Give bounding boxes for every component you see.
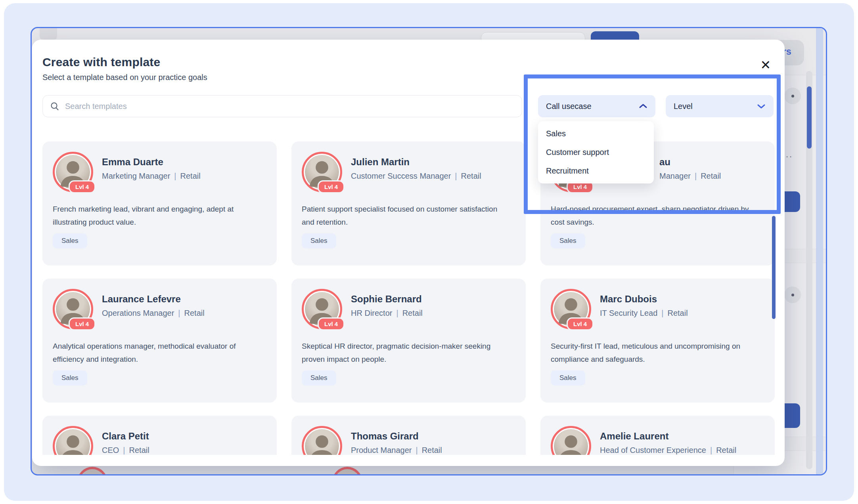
pipe-separator: | (174, 172, 176, 180)
level-badge: Lvl 4 (318, 180, 345, 193)
persona-identity: Marc Dubois IT Security Lead|Retail (600, 289, 688, 329)
level-badge: Lvl 4 (69, 180, 96, 193)
usecase-tag: Sales (551, 370, 585, 386)
persona-identity: Clara Petit CEO|Retail (102, 426, 149, 455)
persona-role: Manager|Retail (659, 172, 721, 181)
template-grid: Lvl 4 Emma Duarte Marketing Manager|Reta… (42, 141, 777, 455)
avatar: Lvl 4 (53, 289, 93, 329)
role-title: Product Manager (351, 446, 412, 454)
dropdown-option[interactable]: Sales (538, 124, 654, 143)
persona-name: Thomas Girard (351, 431, 442, 442)
card-header: Lvl 4 Julien Martin Customer Success Man… (302, 152, 515, 192)
template-card[interactable]: Lvl 4 Julien Martin Customer Success Man… (291, 141, 526, 265)
card-header: Thomas Girard Product Manager|Retail (302, 426, 515, 455)
person-icon (304, 428, 340, 455)
role-title: Head of Customer Experience (600, 446, 706, 454)
sector-label: Retail (402, 309, 423, 317)
avatar-photo (53, 426, 93, 455)
persona-name: Julien Martin (351, 157, 481, 168)
persona-identity: Sophie Bernard HR Director|Retail (351, 289, 423, 329)
backdrop-avatar-placeholder (784, 286, 801, 303)
pipe-separator: | (396, 309, 398, 317)
person-icon (55, 428, 91, 455)
dropdown-option[interactable]: Customer support (538, 143, 654, 162)
persona-description: Hard-nosed procurement expert, sharp neg… (551, 202, 757, 229)
backdrop-avatar-arc (77, 467, 107, 475)
sector-label: Retail (129, 446, 149, 454)
card-header: Lvl 4 Laurance Lefevre Operations Manage… (53, 289, 266, 329)
persona-identity: Laurance Lefevre Operations Manager|Reta… (102, 289, 205, 329)
persona-name: au (659, 157, 721, 168)
level-badge: Lvl 4 (567, 317, 594, 330)
person-icon (553, 428, 589, 455)
persona-role: IT Security Lead|Retail (600, 309, 688, 318)
template-card[interactable]: Thomas Girard Product Manager|Retail (291, 416, 526, 455)
sector-label: Retail (180, 172, 201, 180)
pipe-separator: | (416, 446, 418, 454)
persona-role: Marketing Manager|Retail (102, 172, 201, 181)
card-header: Amelie Laurent Head of Customer Experien… (551, 426, 764, 455)
persona-identity: Amelie Laurent Head of Customer Experien… (600, 426, 736, 455)
avatar: Lvl 4 (302, 289, 342, 329)
pipe-separator: | (455, 172, 457, 180)
usecase-tag: Sales (302, 233, 336, 248)
level-label: Level (674, 102, 693, 111)
pipe-separator: | (661, 309, 663, 317)
card-header: Clara Petit CEO|Retail (53, 426, 266, 455)
call-usecase-dropdown: SalesCustomer supportRecruitment (538, 121, 654, 183)
modal-title: Create with template (42, 55, 160, 69)
call-usecase-filter[interactable]: Call usecase (538, 95, 655, 117)
role-title: Operations Manager (102, 309, 174, 317)
template-card[interactable]: Lvl 4 Marc Dubois IT Security Lead|Retai… (540, 279, 775, 403)
sector-label: Retail (461, 172, 481, 180)
persona-description: French marketing lead, vibrant and engag… (53, 202, 259, 229)
level-badge: Lvl 4 (69, 317, 96, 330)
persona-identity: Thomas Girard Product Manager|Retail (351, 426, 442, 455)
modal-subtitle: Select a template based on your practice… (42, 73, 207, 82)
persona-name: Amelie Laurent (600, 431, 736, 442)
backdrop-scrollbar-thumb[interactable] (807, 86, 812, 149)
avatar-photo (302, 426, 342, 455)
modal-scrollbar-thumb[interactable] (772, 216, 776, 319)
backdrop-avatar-placeholder (784, 88, 801, 104)
template-card[interactable]: Lvl 4 Laurance Lefevre Operations Manage… (42, 279, 277, 403)
card-header: Lvl 4 Marc Dubois IT Security Lead|Retai… (551, 289, 764, 329)
dropdown-option[interactable]: Recruitment (538, 162, 654, 180)
sector-label: Retail (184, 309, 205, 317)
level-badge: Lvl 4 (318, 317, 345, 330)
chevron-up-icon (639, 103, 647, 109)
pipe-separator: | (695, 172, 697, 180)
avatar-photo (551, 426, 591, 455)
persona-identity: au Manager|Retail (659, 152, 721, 192)
persona-name: Marc Dubois (600, 294, 688, 305)
create-with-template-modal: Create with template Select a template b… (32, 40, 785, 466)
close-icon[interactable]: ✕ (757, 56, 774, 74)
persona-role: Product Manager|Retail (351, 446, 442, 455)
backdrop-avatar-arc (332, 467, 362, 475)
usecase-tag: Sales (302, 370, 336, 386)
persona-name: Emma Duarte (102, 157, 201, 168)
persona-role: HR Director|Retail (351, 309, 423, 318)
avatar: Lvl 4 (302, 152, 342, 192)
template-card[interactable]: Lvl 4 Emma Duarte Marketing Manager|Reta… (42, 141, 277, 265)
template-card[interactable]: Amelie Laurent Head of Customer Experien… (540, 416, 775, 455)
persona-name: Clara Petit (102, 431, 149, 442)
level-filter[interactable]: Level (666, 95, 774, 117)
persona-role: Operations Manager|Retail (102, 309, 205, 318)
sector-label: Retail (716, 446, 736, 454)
sector-label: Retail (701, 172, 721, 180)
usecase-tag: Sales (53, 370, 87, 386)
persona-description: Security-first IT lead, meticulous and u… (551, 340, 757, 366)
template-card[interactable]: Clara Petit CEO|Retail (42, 416, 277, 455)
sector-label: Retail (422, 446, 442, 454)
avatar: Lvl 4 (551, 289, 591, 329)
role-title: Marketing Manager (102, 172, 170, 180)
role-title: HR Director (351, 309, 392, 317)
persona-description: Skeptical HR director, pragmatic decisio… (302, 340, 508, 366)
template-card[interactable]: Lvl 4 Sophie Bernard HR Director|Retail … (291, 279, 526, 403)
role-title: Manager (659, 172, 691, 180)
pipe-separator: | (710, 446, 712, 454)
search-input[interactable] (65, 102, 515, 111)
call-usecase-label: Call usecase (546, 102, 592, 111)
search-templates-field[interactable] (42, 95, 522, 117)
